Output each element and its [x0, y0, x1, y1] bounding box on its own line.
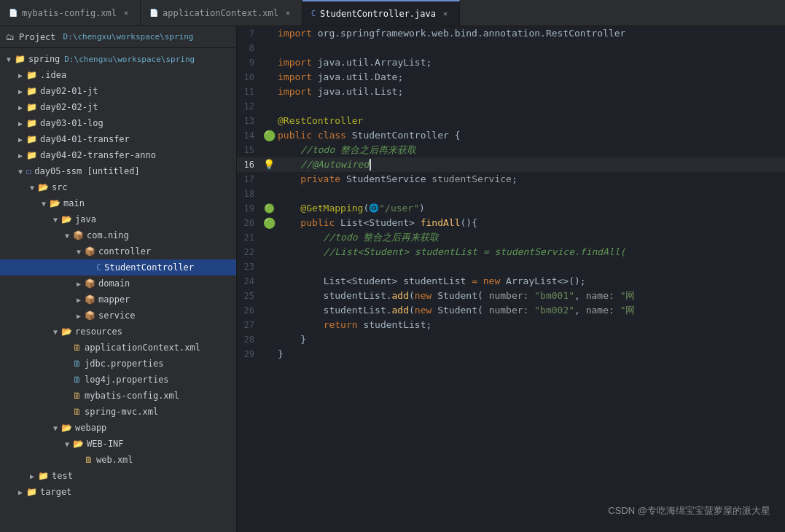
xml-icon: 📄 — [149, 9, 158, 17]
package-icon: 📦 — [85, 246, 95, 257]
code-line-26: 26 studentList.add(new Student( number: … — [237, 303, 785, 318]
plain-text — [278, 318, 324, 332]
plain-text: studentList; — [363, 318, 431, 332]
keyword: private — [300, 172, 346, 187]
arrow-icon: ▶ — [15, 71, 26, 79]
line-number: 28 — [237, 332, 260, 347]
plain-text — [614, 303, 620, 318]
code-line-19: 19 🟢 @GetMapping(🌐"/user") — [237, 201, 785, 216]
sidebar-tree[interactable]: ▼ 📁 spring D:\chengxu\workspace\spring ▶… — [0, 48, 236, 532]
plain-text — [528, 289, 534, 303]
line-number: 9 — [237, 55, 260, 70]
tree-label: day05-ssm [untitled] — [34, 166, 140, 176]
gutter-cell — [260, 274, 278, 289]
code-content-line: import java.util.List; — [278, 85, 403, 99]
tree-item-day04-02-transfer-anno[interactable]: ▶ 📁 day04-02-transfer-anno — [0, 147, 236, 163]
line-number: 25 — [237, 289, 260, 303]
tree-item-jdbc-props[interactable]: 🗎 jdbc.properties — [0, 356, 236, 372]
tree-item-resources[interactable]: ▼ 📂 resources — [0, 324, 236, 340]
code-line-10: 10 import java.util.Date; — [237, 70, 785, 85]
tree-label: day02-01-jt — [40, 86, 98, 96]
gutter-cell-green2: 🟢 — [260, 216, 278, 230]
keyword: new — [483, 274, 506, 289]
tree-item-webinf[interactable]: ▼ 📂 WEB-INF — [0, 436, 236, 452]
plain-text — [528, 303, 534, 318]
plain-text: org.springframework.web.bind.annotation. — [318, 26, 546, 41]
tree-item-test[interactable]: ▶ 📁 test — [0, 468, 236, 484]
gutter-cell — [260, 70, 278, 85]
tree-label: spring-mvc.xml — [85, 407, 158, 417]
arrow-icon: ▶ — [15, 136, 26, 144]
tree-item-src[interactable]: ▼ 📂 src — [0, 179, 236, 195]
folder-icon: 📂 — [50, 198, 60, 208]
tab-label: StudentController.java — [320, 9, 436, 19]
cursor — [370, 159, 371, 171]
gutter-cell — [260, 26, 278, 41]
annotation: @RestController — [278, 114, 363, 128]
folder-icon: 📁 — [26, 86, 37, 96]
code-line-11: 11 import java.util.List; — [237, 85, 785, 99]
tree-item-service[interactable]: ▶ 📦 service — [0, 308, 236, 324]
plain-text: (){ — [460, 216, 477, 230]
tree-item-day02-01-jt[interactable]: ▶ 📁 day02-01-jt — [0, 83, 236, 99]
tab-application-context[interactable]: 📄 applicationContext.xml ✕ — [141, 0, 302, 26]
tab-close-student[interactable]: ✕ — [440, 9, 450, 19]
tree-item-app-context-xml[interactable]: 🗎 applicationContext.xml — [0, 340, 236, 356]
gutter-cell — [260, 41, 278, 55]
tree-item-com-ning[interactable]: ▼ 📦 com.ning — [0, 227, 236, 243]
code-content-line: studentList.add(new Student( number: "bm… — [278, 303, 636, 318]
tree-item-day03-01-log[interactable]: ▶ 📁 day03-01-log — [0, 115, 236, 131]
arrow-icon: ▼ — [73, 248, 85, 256]
plain-text: ) — [419, 201, 425, 216]
run-icon: 🟢 — [263, 216, 276, 230]
plain-text: , — [574, 303, 586, 318]
tree-item-webapp[interactable]: ▼ 📂 webapp — [0, 420, 236, 436]
type-text: Student — [437, 303, 477, 318]
operator: = — [472, 274, 477, 289]
project-root-path: D:\chengxu\workspace\spring — [64, 55, 195, 64]
module-icon: ◻ — [26, 166, 31, 176]
tree-item-spring[interactable]: ▼ 📁 spring D:\chengxu\workspace\spring — [0, 51, 236, 67]
tree-item-day05-ssm[interactable]: ▼ ◻ day05-ssm [untitled] — [0, 163, 236, 179]
arrow-icon: ▶ — [15, 488, 26, 496]
code-content-line — [278, 99, 284, 114]
tree-item-main[interactable]: ▼ 📂 main — [0, 195, 236, 211]
gutter-cell — [260, 114, 278, 128]
gutter-cell — [260, 230, 278, 245]
tree-item-idea[interactable]: ▶ 📁 .idea — [0, 67, 236, 83]
plain-text: ; — [512, 172, 518, 187]
string: "网 — [620, 289, 636, 303]
tree-item-day02-02-jt[interactable]: ▶ 📁 day02-02-jt — [0, 99, 236, 115]
tab-close-appctx[interactable]: ✕ — [283, 8, 293, 18]
tree-item-java[interactable]: ▼ 📂 java — [0, 211, 236, 227]
folder-icon: 📁 — [26, 150, 37, 160]
code-line-21: 21 //todo 整合之后再来获取 — [237, 230, 785, 245]
method-call: add — [392, 303, 409, 318]
tree-item-student-controller[interactable]: C StudentController — [0, 259, 236, 275]
tab-student-controller[interactable]: C StudentController.java ✕ — [302, 0, 460, 26]
code-content-line — [278, 41, 284, 55]
tree-item-domain[interactable]: ▶ 📦 domain — [0, 275, 236, 292]
tab-label: applicationContext.xml — [163, 8, 278, 18]
tree-item-day04-01-transfer[interactable]: ▶ 📁 day04-01-transfer — [0, 131, 236, 147]
tree-item-spring-mvc-xml[interactable]: 🗎 spring-mvc.xml — [0, 404, 236, 420]
tree-item-mapper[interactable]: ▶ 📦 mapper — [0, 292, 236, 308]
folder-icon: 📁 — [26, 118, 37, 128]
tab-close-mybatis[interactable]: ✕ — [121, 8, 131, 18]
gutter-cell — [260, 332, 278, 347]
tree-item-controller[interactable]: ▼ 📦 controller — [0, 243, 236, 259]
code-line-22: 22 //List<Student> studentList = student… — [237, 245, 785, 259]
tab-mybatis-config[interactable]: 📄 mybatis-config.xml ✕ — [0, 0, 141, 26]
line-number: 7 — [237, 26, 260, 41]
gutter-cell — [260, 245, 278, 259]
tree-item-web-xml[interactable]: 🗎 web.xml — [0, 452, 236, 468]
tree-item-target[interactable]: ▶ 📁 target — [0, 484, 236, 500]
line-number: 19 — [237, 201, 260, 216]
folder-icon: 📂 — [61, 423, 72, 433]
line-number: 27 — [237, 318, 260, 332]
code-editor[interactable]: 7 import org.springframework.web.bind.an… — [237, 26, 785, 532]
line-number: 16 — [237, 157, 260, 172]
code-content-line: } — [278, 332, 306, 347]
tree-item-log4j-props[interactable]: 🗎 log4j.properties — [0, 372, 236, 388]
tree-item-mybatis-config-xml[interactable]: 🗎 mybatis-config.xml — [0, 388, 236, 404]
